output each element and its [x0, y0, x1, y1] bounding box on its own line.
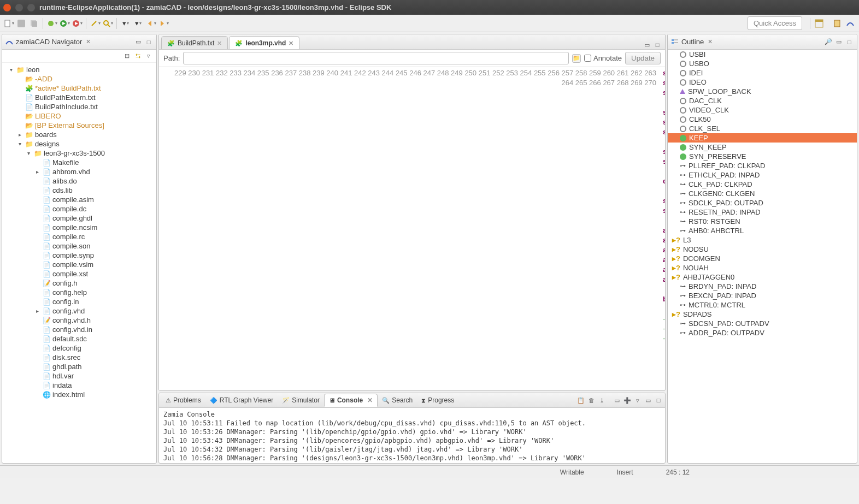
outline-item[interactable]: ⊶SDCSN_PAD: OUTPADV: [668, 319, 857, 328]
outline-item[interactable]: ▸?NOUAH: [668, 263, 857, 272]
outline-item[interactable]: ▸?AHBJTAGGEN0: [668, 272, 857, 282]
bottom-tab[interactable]: 🖥Console✕: [324, 394, 378, 407]
outline-item[interactable]: CLK_SEL: [668, 124, 857, 133]
tree-item[interactable]: 📄compile.dc: [3, 204, 155, 214]
outline-min-icon[interactable]: ▭: [834, 38, 843, 46]
outline-item[interactable]: VIDEO_CLK: [668, 105, 857, 115]
outline-item[interactable]: SYN_PRESERVE: [668, 152, 857, 161]
editor-tab[interactable]: 🧩leon3mp.vhd✕: [229, 36, 299, 49]
tree-item[interactable]: ▸📄ahbrom.vhd: [3, 167, 155, 176]
maximize-icon[interactable]: □: [144, 38, 153, 46]
tree-item[interactable]: 📄disk.srec: [3, 353, 155, 362]
outline-item[interactable]: USBI: [668, 50, 857, 59]
outline-item[interactable]: ⊶PLLREF_PAD: CLKPAD: [668, 161, 857, 170]
outline-item[interactable]: IDEI: [668, 68, 857, 78]
close-icon[interactable]: ✕: [708, 38, 713, 45]
outline-item[interactable]: ⊶BEXCN_PAD: INPAD: [668, 291, 857, 300]
folder-icon[interactable]: 📁: [572, 54, 581, 63]
bottom-tab[interactable]: ⚠Problems: [161, 394, 205, 406]
bottom-tab[interactable]: 🔷RTL Graph Viewer: [205, 394, 278, 406]
tree-item[interactable]: 📄config.in: [3, 297, 155, 306]
tree-item[interactable]: 📄compile.ncsim: [3, 223, 155, 232]
save-icon[interactable]: [16, 18, 27, 29]
outline-max-icon[interactable]: □: [845, 38, 854, 46]
outline-item[interactable]: ⊶AHB0: AHBCTRL: [668, 226, 857, 235]
tree-item[interactable]: 📄cds.lib: [3, 186, 155, 195]
tree-item[interactable]: ▾📁leon: [3, 65, 155, 74]
tree-item[interactable]: 🌐index.html: [3, 390, 155, 399]
nav-menu2-icon[interactable]: ▾: [133, 18, 144, 29]
outline-item[interactable]: IDEO: [668, 78, 857, 87]
tree-item[interactable]: 📄compile.rc: [3, 232, 155, 241]
console-min-icon[interactable]: ▭: [644, 396, 652, 405]
tree-item[interactable]: 📄compile.son: [3, 241, 155, 251]
link-editor-icon[interactable]: ⇆: [133, 52, 142, 61]
outline-item[interactable]: ⊶ADDR_PAD: OUTPADV: [668, 328, 857, 337]
outline-item[interactable]: ⊶MCTRL0: MCTRL: [668, 300, 857, 310]
tree-item[interactable]: ▾📁leon3-gr-xc3s-1500: [3, 149, 155, 158]
outline-item[interactable]: ▸?NODSU: [668, 245, 857, 254]
new-icon[interactable]: [3, 18, 14, 29]
window-maximize-icon[interactable]: [27, 4, 35, 11]
navigator-tab[interactable]: zamiaCAD Navigator ✕: [5, 38, 91, 46]
perspective-open-icon[interactable]: [814, 18, 825, 29]
outline-item[interactable]: USBO: [668, 59, 857, 68]
quick-access-button[interactable]: Quick Access: [748, 16, 802, 30]
path-input[interactable]: [183, 52, 569, 64]
back-icon[interactable]: [145, 18, 156, 29]
outline-search-icon[interactable]: 🔎: [824, 38, 833, 46]
tree-item[interactable]: 📄ghdl.path: [3, 362, 155, 371]
outline-tree[interactable]: USBIUSBOIDEIIDEOSPW_LOOP_BACKDAC_CLKVIDE…: [668, 50, 857, 463]
tree-item[interactable]: 📄indata: [3, 381, 155, 390]
outline-item[interactable]: CLK50: [668, 115, 857, 124]
outline-item[interactable]: ▸?L3: [668, 235, 857, 245]
tree-item[interactable]: 📄config.help: [3, 288, 155, 297]
search-icon[interactable]: [102, 18, 113, 29]
tree-item[interactable]: 📄BuildPathExtern.txt: [3, 93, 155, 102]
tree-item[interactable]: ▸📁boards: [3, 130, 155, 139]
tree-item[interactable]: 📄BuildPathInclude.txt: [3, 102, 155, 111]
window-close-icon[interactable]: [3, 4, 11, 11]
tree-item[interactable]: 📄compile.vsim: [3, 260, 155, 269]
console-scroll-icon[interactable]: ⤓: [597, 396, 606, 405]
console-pin-icon[interactable]: 📋: [576, 396, 585, 405]
outline-item[interactable]: ⊶RESETN_PAD: INPAD: [668, 207, 857, 217]
tree-item[interactable]: ▾📁designs: [3, 139, 155, 149]
tree-item[interactable]: 📄compile.synp: [3, 251, 155, 260]
outline-item[interactable]: ▸?SDPADS: [668, 310, 857, 319]
save-all-icon[interactable]: [28, 18, 39, 29]
perspective-resource-icon[interactable]: [832, 18, 843, 29]
annotate-checkbox[interactable]: Annotate: [584, 54, 622, 62]
minimize-icon[interactable]: ▭: [134, 38, 143, 46]
tree-item[interactable]: 📄Makefile: [3, 158, 155, 167]
outline-item[interactable]: ⊶CLK_PAD: CLKPAD: [668, 180, 857, 189]
run-icon[interactable]: [59, 18, 70, 29]
outline-tab[interactable]: Outline ✕: [671, 38, 713, 46]
outline-item[interactable]: KEEP: [668, 133, 857, 143]
console-menu-icon[interactable]: ▿: [633, 396, 642, 405]
tree-item[interactable]: 📄compile.asim: [3, 195, 155, 204]
collapse-all-icon[interactable]: ⊟: [122, 52, 131, 61]
console-clear-icon[interactable]: 🗑: [587, 396, 596, 405]
update-button[interactable]: Update: [625, 52, 661, 64]
wand-icon[interactable]: [90, 18, 101, 29]
view-menu-icon[interactable]: ▿: [144, 52, 153, 61]
tree-item[interactable]: 📄defconfig: [3, 343, 155, 353]
outline-item[interactable]: ⊶BRDYN_PAD: INPAD: [668, 282, 857, 291]
outline-item[interactable]: SPW_LOOP_BACK: [668, 87, 857, 96]
console-max-icon[interactable]: □: [654, 396, 663, 405]
outline-item[interactable]: DAC_CLK: [668, 96, 857, 105]
tree-item[interactable]: 📂[BP External Sources]: [3, 121, 155, 130]
editor-body[interactable]: 229 230 231 232 233 234 235 236 237 238 …: [159, 67, 665, 390]
tree-item[interactable]: 📄config.vhd.in: [3, 325, 155, 334]
outline-item[interactable]: ⊶CLKGEN0: CLKGEN: [668, 189, 857, 198]
tree-item[interactable]: 📂LIBERO: [3, 111, 155, 121]
debug-icon[interactable]: [46, 18, 57, 29]
window-minimize-icon[interactable]: [15, 4, 23, 11]
tree-item[interactable]: 📝config.h: [3, 278, 155, 288]
console-output[interactable]: Zamia Console Jul 10 10:53:11 Failed to …: [159, 408, 665, 463]
forward-icon[interactable]: [158, 18, 169, 29]
outline-item[interactable]: ⊶RST0: RSTGEN: [668, 217, 857, 226]
nav-menu-icon[interactable]: ▾: [120, 18, 131, 29]
bottom-tab[interactable]: ⧗Progress: [417, 394, 458, 406]
